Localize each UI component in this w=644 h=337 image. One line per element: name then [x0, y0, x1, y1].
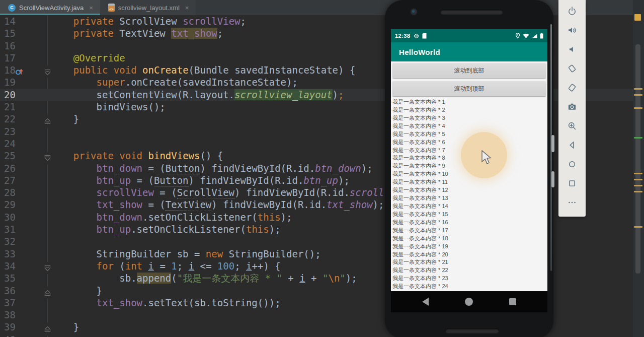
tab-scrollview-layout-xml[interactable]: <> scrollview_layout.xml × — [100, 0, 196, 15]
gutter: 15 — [0, 27, 50, 39]
tab-scrollviewactivity-java[interactable]: C ScrollViewActivity.java × — [0, 0, 100, 15]
overview-button[interactable] — [566, 179, 578, 190]
zoom-button[interactable] — [566, 121, 578, 132]
stripe-mark[interactable] — [634, 94, 642, 96]
back-button[interactable] — [422, 298, 429, 306]
stripe-mark[interactable] — [634, 185, 642, 186]
gutter: 22 — [0, 113, 50, 125]
back-button[interactable] — [566, 141, 578, 152]
android-studio-window: C ScrollViewActivity.java × <> scrollvie… — [0, 0, 644, 337]
screenshot-button[interactable] — [566, 102, 578, 113]
power-button[interactable] — [566, 7, 578, 18]
scroll-to-top-button[interactable]: 滚动到顶部 — [392, 81, 546, 96]
phone-power-button[interactable] — [551, 171, 554, 187]
code-text — [50, 125, 644, 138]
rotate-right-button[interactable] — [566, 83, 578, 94]
status-bar: 12:38 — [391, 29, 547, 42]
line-number: 24 — [4, 138, 16, 150]
gutter: 24 — [0, 138, 50, 150]
code-text: btn_up = (Button) findViewById(R.id.btn_… — [50, 174, 644, 186]
scroll-to-bottom-button[interactable]: 滚动到底部 — [392, 63, 546, 78]
app-bar: HelloWorld — [391, 42, 547, 61]
tab-label: scrollview_layout.xml — [118, 4, 180, 12]
code-text: for (int i = 1; i <= 100; i++) { — [50, 260, 644, 272]
line-number: 32 — [4, 235, 16, 247]
line-number: 25 — [4, 150, 16, 162]
stripe-mark[interactable] — [634, 179, 642, 180]
error-stripe[interactable] — [633, 0, 644, 337]
code-text — [50, 235, 644, 247]
gutter: 19 — [0, 76, 50, 88]
stripe-mark[interactable] — [634, 137, 642, 139]
tab-label: ScrollViewActivity.java — [19, 4, 84, 12]
line-number: 19 — [4, 76, 16, 88]
clock-text: 12:38 — [395, 33, 411, 39]
line-number: 16 — [4, 40, 16, 52]
gutter: 31 — [0, 223, 50, 235]
home-button[interactable] — [465, 298, 473, 306]
gutter: 20 — [0, 89, 50, 101]
home-button[interactable] — [566, 160, 578, 171]
gutter: 35 — [0, 272, 50, 284]
code-text: btn_down = (Button) findViewById(R.id.bt… — [50, 162, 644, 174]
stripe-mark[interactable] — [634, 191, 642, 192]
phone-screen[interactable]: 12:38 HelloWorld 滚动到底部 滚动到顶部 我是一条文本内容 * … — [391, 29, 547, 312]
close-icon[interactable]: × — [185, 4, 189, 12]
gutter: 27 — [0, 174, 50, 186]
stripe-mark[interactable] — [634, 226, 642, 228]
mouse-cursor — [480, 150, 493, 165]
phone-volume-button[interactable] — [551, 135, 554, 152]
stripe-mark[interactable] — [634, 173, 642, 174]
phone-speaker — [445, 328, 499, 333]
volume-down-icon — [567, 44, 578, 57]
code-text: scrollView = (ScrollView) findViewById(R… — [50, 186, 644, 198]
gutter: 40 — [0, 333, 50, 337]
rotate-right-icon — [567, 82, 578, 95]
list-item: 我是一条文本内容 * 2 — [392, 106, 547, 114]
code-text: @Override — [50, 52, 644, 64]
code-text: private ScrollView scrollView; — [50, 15, 644, 27]
code-text: btn_down.setOnClickListener(this); — [50, 211, 644, 223]
gutter: 39 — [0, 321, 50, 333]
more-button[interactable] — [566, 198, 578, 209]
list-item: 我是一条文本内容 * 4 — [392, 122, 547, 130]
line-number: 33 — [4, 248, 16, 260]
volume-down-button[interactable] — [566, 45, 578, 56]
home-icon — [567, 159, 578, 172]
rotate-left-button[interactable] — [566, 64, 578, 75]
code-text: StringBuilder sb = new StringBuilder(); — [50, 248, 644, 260]
line-number: 14 — [4, 15, 16, 27]
line-number: 29 — [4, 198, 16, 211]
line-number: 30 — [4, 211, 16, 223]
line-number: 26 — [4, 162, 16, 174]
app-title: HelloWorld — [399, 48, 440, 56]
code-text: private void bindViews() { — [50, 150, 644, 162]
line-number: 34 — [4, 260, 16, 272]
code-text — [50, 309, 644, 321]
recents-button[interactable] — [509, 298, 516, 305]
stripe-mark[interactable] — [634, 88, 642, 90]
overview-icon — [567, 178, 578, 191]
sim-card-icon — [422, 33, 427, 39]
line-number: 27 — [4, 174, 16, 186]
list-item: 我是一条文本内容 * 24 — [392, 283, 547, 291]
code-text: } — [50, 113, 644, 125]
gutter: 21 — [0, 101, 50, 113]
close-icon[interactable]: × — [89, 4, 93, 12]
gutter: 32 — [0, 235, 50, 247]
editor-scrollbar-thumb[interactable] — [635, 44, 640, 274]
inspection-indicator[interactable] — [634, 14, 641, 21]
stripe-mark[interactable] — [634, 107, 642, 109]
line-number: 31 — [4, 223, 16, 235]
gutter: 28 — [0, 186, 50, 198]
list-item: 我是一条文本内容 * 21 — [392, 258, 547, 266]
gutter: 34 — [0, 260, 50, 272]
code-text: txt_show = (TextView) findViewById(R.id.… — [50, 198, 644, 211]
list-item: 我是一条文本内容 * 16 — [392, 219, 547, 227]
volume-up-button[interactable] — [566, 26, 578, 37]
list-item: 我是一条文本内容 * 17 — [392, 227, 547, 235]
more-icon — [567, 197, 578, 210]
list-item: 我是一条文本内容 * 14 — [392, 203, 547, 211]
scroll-view[interactable]: 我是一条文本内容 * 1我是一条文本内容 * 2我是一条文本内容 * 3我是一条… — [391, 98, 547, 291]
gutter: 37 — [0, 297, 50, 309]
